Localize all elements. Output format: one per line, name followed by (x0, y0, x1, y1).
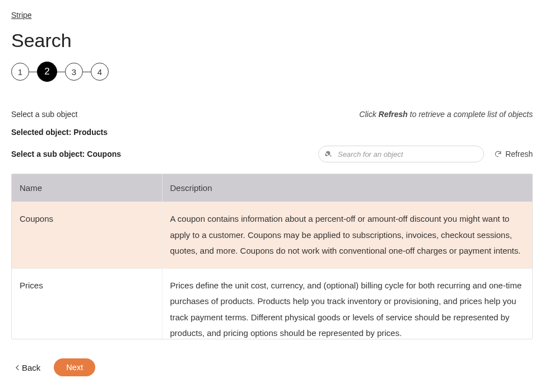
step-4[interactable]: 4 (91, 63, 109, 81)
selected-sub-object-status: Select a sub object: Coupons (11, 150, 121, 158)
table-scroll-region[interactable]: Name Description CouponsA coupon contain… (12, 174, 532, 339)
back-label: Back (22, 363, 40, 372)
refresh-button[interactable]: Refresh (494, 150, 533, 158)
step-connector (83, 72, 91, 72)
step-connector (57, 72, 65, 72)
step-2[interactable]: 2 (37, 62, 57, 82)
col-header-description: Description (162, 174, 532, 202)
instruction-select-sub-object: Select a sub object (11, 110, 77, 119)
refresh-icon (494, 150, 502, 158)
stepper: 1234 (11, 62, 533, 82)
cell-description: Prices define the unit cost, currency, a… (162, 268, 532, 339)
step-1[interactable]: 1 (11, 63, 29, 81)
cell-description: A coupon contains information about a pe… (162, 202, 532, 269)
refresh-label: Refresh (505, 150, 533, 158)
search-input[interactable] (318, 146, 484, 162)
breadcrumb[interactable]: Stripe (11, 11, 32, 20)
step-connector (29, 72, 37, 72)
table-body: CouponsA coupon contains information abo… (12, 202, 532, 339)
cell-name: Prices (12, 268, 162, 339)
instruction-refresh-hint: Click Refresh to retrieve a complete lis… (359, 110, 533, 119)
back-button[interactable]: Back (11, 363, 40, 372)
next-button[interactable]: Next (54, 358, 95, 376)
search-icon (325, 150, 333, 158)
hint-bold: Refresh (379, 110, 408, 119)
hint-prefix: Click (359, 110, 378, 119)
sub-object-table: Name Description CouponsA coupon contain… (11, 174, 533, 339)
cell-name: Coupons (12, 202, 162, 269)
page-title: Search (11, 30, 533, 52)
col-header-name: Name (12, 174, 162, 202)
selected-object-status: Selected object: Products (11, 128, 533, 137)
hint-suffix: to retrieve a complete list of objects (408, 110, 533, 119)
table-row[interactable]: CouponsA coupon contains information abo… (12, 202, 532, 269)
chevron-left-icon (16, 365, 20, 371)
table-row[interactable]: PricesPrices define the unit cost, curre… (12, 268, 532, 339)
step-3[interactable]: 3 (65, 63, 83, 81)
